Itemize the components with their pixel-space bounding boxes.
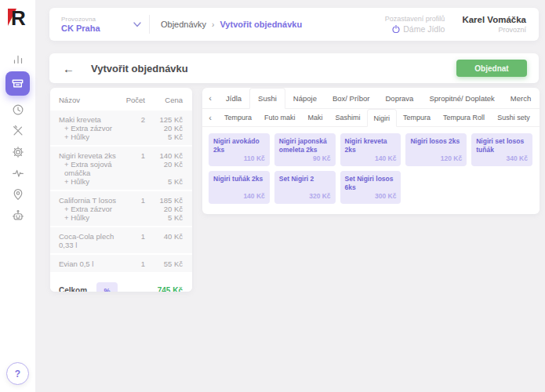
bar-chart-icon bbox=[11, 52, 25, 66]
venue-selector[interactable]: Provozovna CK Praha bbox=[61, 16, 133, 33]
breadcrumb-item[interactable]: Objednávky bbox=[161, 20, 206, 29]
order-footer: Celkom % 745 Kč bbox=[50, 274, 192, 292]
product-name: Nigiri kreveta 2ks bbox=[345, 137, 397, 154]
order-item-extra: + Hůlky5 Kč bbox=[59, 213, 183, 222]
tabs-scroll-left-icon[interactable]: ‹ bbox=[202, 88, 218, 108]
category-tab[interactable]: Jídla bbox=[218, 88, 249, 108]
sidebar-item-stats[interactable] bbox=[9, 50, 27, 67]
subcategory-tab[interactable]: Sashimi bbox=[329, 109, 367, 126]
order-item-main: California T losos1185 Kč bbox=[59, 196, 183, 205]
subcategory-tab[interactable]: Maki bbox=[302, 109, 329, 126]
product-name: Nigiri avokádo 2ks bbox=[213, 137, 265, 154]
product-price: 140 Kč bbox=[375, 154, 396, 163]
product-price: 340 Kč bbox=[507, 154, 528, 163]
extra-qty bbox=[117, 160, 145, 177]
order-item-main: Evian 0,5 l155 Kč bbox=[59, 260, 183, 268]
category-tab[interactable]: Doprava bbox=[377, 88, 421, 108]
help-icon: ? bbox=[15, 368, 20, 379]
extra-name: + Hůlky bbox=[59, 177, 117, 186]
product-name: Nigiri japonská omeleta 2ks bbox=[279, 137, 331, 154]
sidebar-item-assistant[interactable] bbox=[9, 207, 27, 223]
subtabs-scroll-right-icon[interactable]: › bbox=[536, 109, 540, 126]
order-item-row[interactable]: Nigiri kreveta 2ks1140 Kč+ Extra sojová … bbox=[50, 147, 192, 190]
subcategory-tab[interactable]: Futo maki bbox=[258, 109, 302, 126]
svg-text:R: R bbox=[11, 6, 26, 29]
sidebar-item-activity[interactable] bbox=[9, 165, 27, 181]
product-name: Set Nigiri 2 bbox=[279, 175, 331, 183]
category-tab[interactable]: Sushi bbox=[249, 88, 285, 109]
product-card[interactable]: Nigiri tuňák 2ks140 Kč bbox=[209, 171, 270, 204]
extra-price: 5 Kč bbox=[145, 177, 183, 186]
subcategory-tab[interactable]: Tempura bbox=[397, 109, 437, 126]
sidebar-item-orders[interactable] bbox=[5, 71, 30, 96]
subcategory-tab-bar: ‹ TempuraFuto makiMakiSashimiNigiriTempu… bbox=[202, 109, 540, 127]
title-bar: ← Vytvořit objednávku Objednat bbox=[49, 53, 539, 83]
total-value: 745 Kč bbox=[158, 286, 183, 292]
product-card[interactable]: Set Nigiri losos 6ks300 Kč bbox=[340, 171, 401, 204]
product-card[interactable]: Nigiri avokádo 2ks110 Kč bbox=[209, 133, 270, 166]
product-price: 140 Kč bbox=[243, 192, 264, 201]
order-item-name: Coca-Cola plech 0,33 l bbox=[59, 232, 117, 249]
top-header: Provozovna CK Praha Objednávky › Vytvoři… bbox=[49, 8, 539, 41]
map-pin-icon bbox=[11, 187, 25, 201]
discount-percent-button[interactable]: % bbox=[96, 282, 118, 292]
product-card[interactable]: Nigiri losos 2ks120 Kč bbox=[405, 133, 467, 166]
sidebar-item-locations[interactable] bbox=[9, 186, 27, 202]
category-tab[interactable]: Box/ Príbor bbox=[325, 88, 378, 108]
gear-icon bbox=[11, 145, 25, 159]
order-item-row[interactable]: Evian 0,5 l155 Kč bbox=[50, 255, 192, 272]
product-grid: Nigiri avokádo 2ks110 KčNigiri japonská … bbox=[202, 127, 540, 214]
sidebar-item-settings[interactable] bbox=[9, 143, 27, 160]
sidebar-item-menu[interactable] bbox=[9, 122, 27, 139]
order-item-price: 125 Kč bbox=[145, 115, 183, 124]
product-card[interactable]: Nigiri set losos tuňák340 Kč bbox=[471, 133, 532, 166]
order-item-extra: + Extra zázvor20 Kč bbox=[59, 124, 183, 132]
power-icon bbox=[392, 25, 400, 33]
order-item-row[interactable]: Maki kreveta2125 Kč+ Extra zázvor20 Kč+ … bbox=[50, 111, 192, 145]
total-label: Celkom bbox=[59, 286, 87, 292]
subcategory-tab[interactable]: Tempura Roll bbox=[437, 109, 491, 126]
breadcrumb-current: Vytvořit objednávku bbox=[220, 20, 302, 29]
column-price: Cena bbox=[145, 96, 183, 104]
tabs-scroll-right-icon[interactable]: › bbox=[539, 88, 540, 108]
product-card[interactable]: Nigiri japonská omeleta 2ks90 Kč bbox=[274, 133, 336, 166]
subtabs-scroll-left-icon[interactable]: ‹ bbox=[202, 109, 218, 126]
extra-price: 20 Kč bbox=[145, 124, 183, 132]
help-button[interactable]: ? bbox=[6, 362, 29, 385]
order-items-list: Maki kreveta2125 Kč+ Extra zázvor20 Kč+ … bbox=[50, 111, 192, 274]
order-button[interactable]: Objednat bbox=[456, 60, 527, 77]
order-item-extra: + Hůlky5 Kč bbox=[59, 132, 183, 141]
sidebar-item-history[interactable] bbox=[9, 101, 27, 118]
category-tab[interactable]: Spropitné/ Doplatek bbox=[421, 88, 502, 108]
clock-icon bbox=[11, 103, 25, 117]
chevron-down-icon[interactable] bbox=[133, 22, 141, 27]
venue-label: Provozovna bbox=[61, 16, 133, 23]
order-summary-panel: Názov Počet Cena Maki kreveta2125 Kč+ Ex… bbox=[50, 88, 192, 292]
order-item-row[interactable]: California T losos1185 Kč+ Extra zázvor2… bbox=[50, 191, 192, 226]
order-item-main: Coca-Cola plech 0,33 l140 Kč bbox=[59, 232, 183, 249]
subcategory-tab[interactable]: Sushi sety bbox=[491, 109, 536, 126]
product-price: 110 Kč bbox=[244, 154, 265, 163]
category-tab[interactable]: Merch bbox=[503, 88, 539, 108]
product-price: 320 Kč bbox=[309, 192, 330, 201]
order-item-qty: 1 bbox=[117, 232, 145, 249]
user-widget[interactable]: Karel Vomáčka Provozní bbox=[462, 15, 526, 34]
product-card[interactable]: Nigiri kreveta 2ks140 Kč bbox=[340, 133, 401, 166]
extra-qty bbox=[117, 124, 145, 132]
back-arrow-icon[interactable]: ← bbox=[63, 62, 74, 75]
product-price: 90 Kč bbox=[313, 154, 331, 163]
column-qty: Počet bbox=[117, 96, 145, 104]
order-item-price: 140 Kč bbox=[145, 151, 183, 160]
category-tab[interactable]: Nápoje bbox=[285, 88, 325, 108]
product-card[interactable]: Set Nigiri 2320 Kč bbox=[274, 171, 336, 204]
order-item-extra: + Hůlky5 Kč bbox=[59, 177, 183, 186]
user-name: Karel Vomáčka bbox=[462, 15, 526, 24]
app-logo[interactable]: R bbox=[5, 4, 31, 29]
subcategory-tab[interactable]: Tempura bbox=[218, 109, 258, 126]
order-item-qty: 1 bbox=[117, 151, 145, 160]
subcategory-tab[interactable]: Nigiri bbox=[367, 109, 398, 127]
order-item-row[interactable]: Coca-Cola plech 0,33 l140 Kč bbox=[50, 227, 192, 253]
product-name: Nigiri set losos tuňák bbox=[476, 137, 528, 154]
profile-pause-widget[interactable]: Pozastavení profilů Dáme Jídlo bbox=[385, 15, 445, 34]
extra-qty bbox=[117, 132, 145, 141]
